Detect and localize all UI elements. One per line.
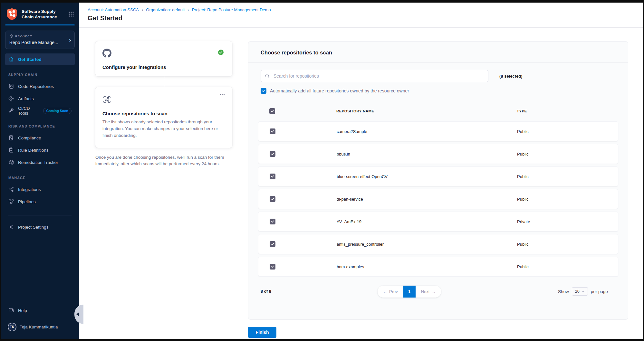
repo-table-body: camera2Sample Public bbus.in Public blue…	[258, 121, 618, 279]
sidebar-item-label: Integrations	[18, 187, 41, 192]
table-row: bbus.in Public	[258, 144, 618, 164]
row-checkbox[interactable]	[270, 128, 275, 134]
pipelines-icon	[8, 199, 14, 204]
row-checkbox[interactable]	[270, 151, 275, 157]
repo-name: camera2Sample	[337, 129, 517, 134]
sidebar-item-remediation-tracker[interactable]: Remediation Tracker	[5, 156, 75, 168]
sidebar-item-integrations[interactable]: Integrations	[5, 184, 75, 195]
clipboard-check-icon	[8, 147, 14, 153]
selected-count: (8 selected)	[499, 74, 523, 79]
project-name: Repo Posture Manage...	[9, 40, 66, 45]
table-row: camera2Sample Public	[258, 121, 618, 141]
repo-type: Private	[517, 219, 618, 224]
search-input[interactable]	[273, 73, 484, 79]
panel-header: Choose repositories to scan	[248, 42, 628, 63]
search-icon	[265, 73, 270, 79]
table-row: anfis_pressure_controller Public	[258, 234, 618, 254]
breadcrumb-separator-icon: ›	[142, 7, 143, 12]
table-row: bom-examples Public	[258, 257, 618, 277]
breadcrumb-project[interactable]: Project: Repo Posture Management Demo	[192, 7, 271, 12]
chevron-right-icon: ›	[69, 37, 71, 43]
app-switcher-grid-icon[interactable]	[68, 11, 74, 17]
section-supply-chain: SUPPLY CHAIN	[8, 73, 72, 77]
scan-note: Once you are done choosing repositories,…	[95, 154, 232, 167]
user-menu[interactable]: TK Teja Kummarikuntla	[5, 321, 75, 333]
panel-body: (8 selected) Automatically add all futur…	[248, 63, 628, 319]
brand-title: Software Supply Chain Assurance	[22, 9, 65, 20]
page-title: Get Started	[88, 14, 643, 22]
select-all-checkbox[interactable]	[269, 108, 275, 114]
more-options-icon[interactable]	[220, 94, 225, 95]
column-type: TYPE	[517, 109, 618, 113]
sidebar-item-get-started[interactable]: Get Started	[5, 53, 75, 65]
integrations-icon	[8, 186, 14, 192]
sidebar-item-label: CI/CD Tools	[18, 106, 39, 116]
row-checkbox[interactable]	[270, 174, 275, 179]
next-page-button[interactable]: Next →	[416, 286, 441, 298]
sidebar-item-pipelines[interactable]: Pipelines	[5, 196, 75, 207]
row-checkbox[interactable]	[270, 264, 275, 270]
show-label: Show	[558, 289, 569, 294]
breadcrumb-account[interactable]: Account: Automation-SSCA	[88, 7, 139, 12]
per-page-control: Show 20 per page	[558, 287, 608, 296]
step-description: The list shows already selected reposito…	[102, 119, 225, 139]
sidebar-divider	[8, 215, 72, 215]
help-chat-icon: ?	[8, 308, 14, 313]
content: Configure your integrations	[79, 28, 643, 339]
sidebar-item-compliance[interactable]: Compliance	[5, 132, 75, 144]
section-manage: MANAGE	[8, 176, 72, 180]
repo-type: Public	[517, 197, 618, 202]
sidebar-item-label: Pipelines	[18, 199, 36, 204]
table-row: blue-screen-effect-OpenCV Public	[258, 166, 618, 186]
home-icon	[8, 56, 14, 62]
avatar: TK	[8, 323, 16, 331]
step-card-integrations[interactable]: Configure your integrations	[95, 41, 232, 76]
table-header: REPOSITORY NAME TYPE	[258, 103, 618, 119]
step-title: Configure your integrations	[102, 64, 225, 70]
wrench-icon	[8, 108, 14, 114]
repo-name: blue-screen-effect-OpenCV	[337, 174, 517, 179]
breadcrumb-separator-icon: ›	[187, 7, 189, 12]
page-1-button[interactable]: 1	[403, 286, 416, 298]
sidebar-item-cicd-tools[interactable]: CI/CD Tools Coming Soon	[5, 105, 75, 117]
help-button[interactable]: ? Help	[5, 305, 75, 316]
step-card-choose-repos[interactable]: Choose repositories to scan The list sho…	[95, 87, 232, 148]
finish-button[interactable]: Finish	[248, 327, 276, 338]
page-size-select[interactable]: 20	[572, 287, 588, 296]
table-row: AV_AmEx-19 Private	[258, 212, 618, 232]
section-risk-compliance: RISK AND COMPLIANCE	[8, 124, 72, 128]
ssca-shield-logo-icon	[5, 8, 18, 21]
column-repository-name: REPOSITORY NAME	[336, 109, 517, 113]
app: Software Supply Chain Assurance PROJECT …	[1, 3, 643, 339]
row-checkbox[interactable]	[270, 196, 275, 202]
coming-soon-badge: Coming Soon	[43, 108, 72, 114]
prev-page-button[interactable]: ← Prev	[378, 286, 403, 298]
repo-name: anfis_pressure_controller	[337, 242, 517, 247]
sidebar-item-rule-definitions[interactable]: Rule Definitions	[5, 144, 75, 156]
help-label: Help	[18, 308, 27, 313]
project-selector[interactable]: PROJECT Repo Posture Manage... ›	[5, 31, 75, 49]
brand: Software Supply Chain Assurance	[1, 3, 79, 24]
auto-add-checkbox[interactable]	[261, 88, 266, 94]
row-checkbox[interactable]	[270, 219, 275, 224]
scan-repositories-icon	[102, 95, 111, 104]
repo-selection-column: Choose repositories to scan (8 selected)	[248, 41, 628, 339]
arrow-left-icon: ←	[383, 289, 387, 294]
sidebar-item-project-settings[interactable]: Project Settings	[5, 221, 75, 233]
row-checkbox[interactable]	[270, 241, 275, 247]
breadcrumb-organization[interactable]: Organization: default	[146, 7, 185, 12]
repo-name: dl-pan-service	[337, 197, 517, 202]
sidebar-item-code-repositories[interactable]: Code Repositories	[5, 81, 75, 92]
user-name: Teja Kummarikuntla	[20, 325, 58, 329]
sidebar-item-label: Get Started	[18, 57, 42, 62]
repo-name: bbus.in	[337, 152, 517, 156]
step-connector	[164, 76, 164, 87]
gear-icon	[8, 224, 14, 230]
repo-name: bom-examples	[337, 264, 517, 269]
pagination: 8 of 8 ← Prev 1 Next →	[261, 284, 616, 298]
sidebar-item-artifacts[interactable]: Artifacts	[5, 93, 75, 104]
arrow-right-icon: →	[431, 289, 436, 294]
chevron-down-icon	[582, 290, 585, 292]
auto-add-label: Automatically add all future repositorie…	[270, 88, 409, 93]
sidebar-item-label: Project Settings	[18, 225, 49, 230]
